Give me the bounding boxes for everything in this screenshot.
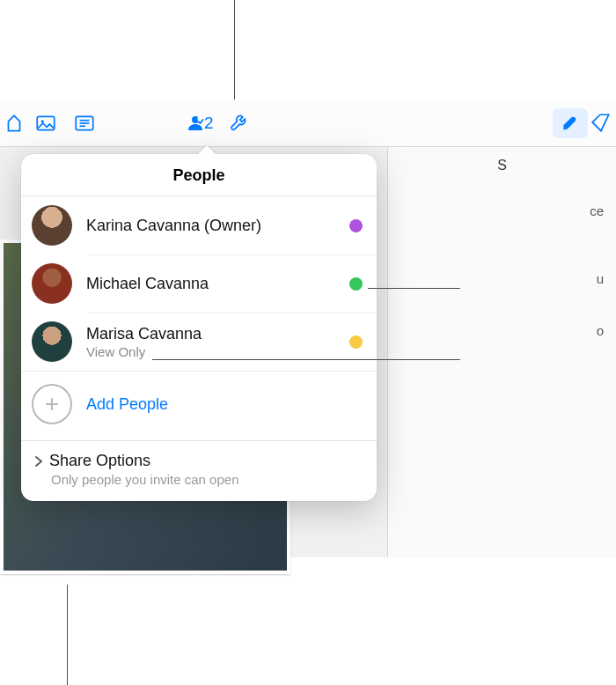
inspector-row-hint-1: ce bbox=[400, 203, 604, 218]
person-permission: View Only bbox=[86, 344, 349, 359]
plus-circle-icon: + bbox=[32, 384, 72, 424]
svg-point-1 bbox=[41, 120, 44, 122]
insert-icon bbox=[3, 112, 26, 135]
callout-line-view-only bbox=[152, 359, 460, 360]
text-icon bbox=[73, 112, 96, 135]
presence-dot-green bbox=[349, 277, 363, 291]
person-row[interactable]: Karina Cavanna (Owner) bbox=[21, 196, 377, 254]
callout-line-green-dot bbox=[368, 288, 460, 289]
popover-title: People bbox=[21, 154, 377, 195]
share-options-sub: Only people you invite can open bbox=[51, 472, 363, 487]
tools-button[interactable] bbox=[219, 104, 258, 143]
image-icon bbox=[34, 112, 57, 135]
inspector-row-hint-2: u bbox=[400, 271, 604, 286]
inspector-panel: S ce u o bbox=[387, 147, 616, 557]
format-brush-icon bbox=[559, 112, 582, 135]
person-name: Marisa Cavanna bbox=[86, 325, 349, 343]
share-options-row[interactable]: Share Options Only people you invite can… bbox=[21, 440, 377, 501]
avatar bbox=[32, 205, 72, 246]
callout-line-bottom bbox=[67, 585, 68, 685]
toolbar: 2 bbox=[0, 99, 616, 147]
person-name: Karina Cavanna (Owner) bbox=[86, 217, 349, 235]
add-people-button[interactable]: + Add People bbox=[21, 371, 377, 440]
toolbar-right-button[interactable] bbox=[588, 104, 614, 143]
textbox-button[interactable] bbox=[65, 104, 104, 143]
person-row[interactable]: Marisa Cavanna View Only bbox=[21, 313, 377, 371]
avatar bbox=[32, 263, 72, 304]
collaborate-button[interactable]: 2 bbox=[185, 113, 214, 134]
callout-line-top bbox=[234, 0, 235, 99]
collaborator-count: 2 bbox=[204, 114, 214, 133]
presence-dot-purple bbox=[349, 219, 363, 232]
format-button[interactable] bbox=[553, 108, 588, 138]
share-options-label: Share Options bbox=[49, 452, 150, 470]
tools-icon bbox=[227, 112, 250, 135]
inspector-row-hint-3: o bbox=[400, 323, 604, 338]
chevron-right-icon bbox=[33, 455, 44, 468]
insert-button[interactable] bbox=[2, 104, 26, 143]
inspector-header-hint: S bbox=[400, 158, 604, 173]
presence-dot-yellow bbox=[349, 335, 363, 349]
person-row[interactable]: Michael Cavanna bbox=[21, 254, 377, 313]
people-popover: People Karina Cavanna (Owner) Michael Ca… bbox=[21, 154, 377, 501]
tag-icon bbox=[590, 112, 612, 135]
collaborate-icon bbox=[185, 113, 206, 134]
svg-rect-0 bbox=[37, 116, 55, 129]
person-name: Michael Cavanna bbox=[86, 275, 349, 293]
image-button[interactable] bbox=[26, 104, 65, 143]
avatar bbox=[32, 321, 72, 362]
add-people-label: Add People bbox=[86, 395, 168, 414]
